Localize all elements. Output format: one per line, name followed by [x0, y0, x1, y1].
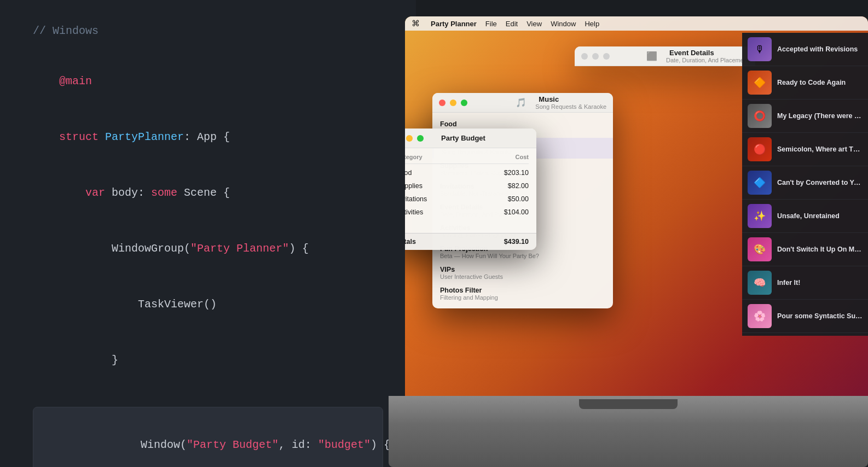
episode-thumb-0: 🎙	[748, 37, 772, 61]
code-window: Window("Party Budget", id: "budget") {	[49, 417, 367, 467]
indent2b: Window(	[88, 439, 187, 451]
menubar-app[interactable]: Party Planner	[431, 20, 477, 28]
episode-info-7: Infer It!	[777, 279, 863, 287]
episode-panel: 🎙 Accepted with Revisions 🔶 Ready to Cod…	[742, 33, 868, 336]
budget-row-supplies: Supplies $82.00	[405, 179, 529, 192]
food-cost: $203.10	[504, 169, 529, 177]
episode-thumb-8: 🌸	[748, 304, 772, 328]
blank-line2	[33, 388, 383, 396]
thumb-icon-1: 🔶	[754, 77, 766, 89]
event-window-subtitle: Date, Duration, And Placement	[666, 57, 749, 63]
episode-title-3: Semicolon, Where art Thou?	[777, 145, 863, 153]
event-details-titlebar: ⬛ Event Details Date, Duration, And Plac…	[575, 46, 755, 66]
indent3: TaskViewer()	[59, 298, 217, 311]
macos-screen: ⌘ Party Planner File Edit View Window He…	[405, 16, 868, 401]
invitations-category: Invitations	[405, 195, 427, 203]
event-details-window: ⬛ Event Details Date, Duration, And Plac…	[575, 46, 755, 66]
laptop-chin	[389, 396, 868, 467]
code-id: , id:	[279, 439, 318, 451]
thumb-icon-2: ⭕	[754, 110, 766, 122]
episode-unsafe[interactable]: ✨ Unsafe, Unretained	[742, 200, 868, 233]
budget-row-invitations: Invitations $50.00	[405, 192, 529, 206]
budget-header: Category Cost	[405, 154, 529, 164]
thumb-icon-7: 🧠	[754, 277, 766, 289]
episode-title-2: My Legacy (There were Rea…	[777, 112, 863, 120]
blank-line	[33, 40, 383, 54]
window-icon-event: ⬛	[646, 51, 657, 61]
episode-sugar[interactable]: 🌸 Pour some Syntactic Sugar	[742, 300, 868, 333]
traffic-dot-red[interactable]	[581, 53, 588, 60]
keyword-some: some	[151, 186, 177, 199]
episode-title-5: Unsafe, Unretained	[777, 212, 863, 220]
supplies-category: Supplies	[405, 182, 423, 190]
episode-thumb-7: 🧠	[748, 271, 772, 295]
episode-info-1: Ready to Code Again	[777, 79, 863, 86]
budget-titlebar: Party Budget	[405, 129, 536, 148]
keyword-struct: struct	[59, 131, 105, 143]
keyword-var: var	[85, 186, 105, 199]
sidebar-vips-sub: User Interactive Guests	[440, 273, 605, 280]
traffic-dot-green[interactable]	[603, 53, 610, 60]
thumb-icon-0: 🎙	[755, 44, 765, 55]
sidebar-photos-sub: Filtering and Mapping	[440, 294, 605, 301]
col-cost: Cost	[516, 154, 529, 160]
budget-window-title: Party Budget	[441, 134, 485, 142]
keyword-main: @main	[59, 75, 92, 87]
sidebar-photos-title: Photos Filter	[440, 287, 605, 294]
sidebar-vips[interactable]: VIPs User Interactive Guests	[432, 262, 613, 283]
sidebar-photos[interactable]: Photos Filter Filtering and Mapping	[432, 283, 613, 304]
episode-info-0: Accepted with Revisions	[777, 45, 863, 53]
menubar-view[interactable]: View	[526, 20, 542, 28]
code-body: body:	[105, 186, 151, 199]
code-open-brace: ) {	[371, 439, 390, 451]
code-taskviewer: TaskViewer()	[33, 277, 383, 332]
episode-thumb-4: 🔷	[748, 171, 772, 195]
music-dot-yellow[interactable]	[450, 100, 456, 106]
totals-value: $439.10	[504, 238, 529, 246]
music-dot-green[interactable]	[461, 100, 467, 106]
thumb-icon-3: 🔴	[754, 143, 766, 155]
activities-category: Activities	[405, 208, 423, 216]
episode-title-0: Accepted with Revisions	[777, 45, 863, 53]
episode-legacy[interactable]: ⭕ My Legacy (There were Rea…	[742, 100, 868, 133]
code-main: @main	[33, 54, 383, 109]
menubar-file[interactable]: File	[485, 20, 497, 28]
laptop-notch	[579, 399, 678, 409]
code-extends: : App {	[184, 131, 230, 143]
string-budget: "Party Budget"	[187, 439, 279, 451]
episode-info-2: My Legacy (There were Rea…	[777, 112, 863, 120]
episode-thumb-6: 🎨	[748, 237, 772, 261]
music-dot-red[interactable]	[439, 100, 445, 106]
episode-semicolon[interactable]: 🔴 Semicolon, Where art Thou?	[742, 133, 868, 166]
episode-thumb-2: ⭕	[748, 104, 772, 128]
episode-title-8: Pour some Syntactic Sugar	[777, 312, 863, 320]
string-budget-id: "budget"	[318, 439, 371, 451]
totals-label: Totals	[405, 238, 416, 246]
episode-converted[interactable]: 🔷 Can't by Converted to Your	[742, 166, 868, 200]
episode-ready[interactable]: 🔶 Ready to Code Again	[742, 66, 868, 100]
menubar-help[interactable]: Help	[585, 20, 599, 28]
episode-info-3: Semicolon, Where art Thou?	[777, 145, 863, 153]
sidebar-fun-sub: Beta — How Fun Will Your Party Be?	[440, 253, 605, 259]
episode-accepted[interactable]: 🎙 Accepted with Revisions	[742, 33, 868, 66]
apple-icon: ⌘	[412, 19, 420, 28]
sidebar-vips-title: VIPs	[440, 266, 605, 273]
code-scene: Scene {	[177, 186, 230, 199]
code-windowgroup: WindowGroup("Party Planner") {	[33, 221, 383, 277]
budget-window: Party Budget Category Cost Food $203.10 …	[405, 129, 536, 250]
traffic-dot-yellow[interactable]	[592, 53, 599, 60]
episode-info-5: Unsafe, Unretained	[777, 212, 863, 220]
budget-dot-yellow[interactable]	[406, 135, 413, 142]
menubar-edit[interactable]: Edit	[506, 20, 518, 28]
thumb-icon-8: 🌸	[754, 310, 766, 322]
indent2-close: }	[59, 354, 118, 366]
close-paren: ) {	[289, 242, 309, 255]
episode-switch[interactable]: 🎨 Don't Switch It Up On Me (If…	[742, 233, 868, 266]
budget-footer: Totals $439.10	[405, 233, 536, 250]
episode-infer[interactable]: 🧠 Infer It!	[742, 266, 868, 300]
music-window-title: Music	[539, 95, 606, 103]
budget-dot-green[interactable]	[417, 135, 424, 142]
food-category: Food	[405, 169, 412, 177]
menubar-window[interactable]: Window	[551, 20, 576, 28]
thumb-icon-6: 🎨	[754, 243, 766, 255]
